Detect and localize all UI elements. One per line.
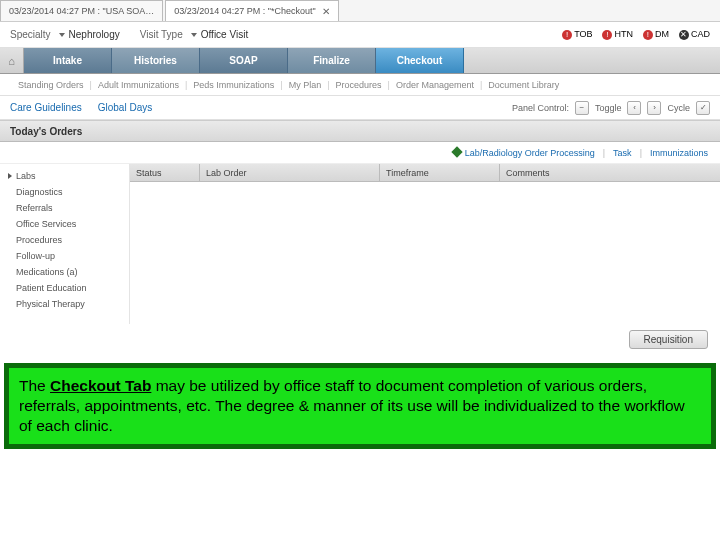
patient-alerts: !TOB !HTN !DM ✕CAD	[562, 29, 710, 40]
panel-control-label: Panel Control:	[512, 103, 569, 113]
col-comments[interactable]: Comments	[500, 164, 720, 181]
todays-orders-header: Today's Orders	[0, 120, 720, 142]
order-category[interactable]: Diagnostics	[6, 184, 123, 200]
subnav-item[interactable]: Order Management	[396, 80, 474, 90]
close-icon[interactable]: ✕	[322, 6, 330, 17]
alert-icon: !	[602, 30, 612, 40]
instruction-callout: The Checkout Tab may be utilized by offi…	[4, 363, 716, 449]
order-category[interactable]: Follow-up	[6, 248, 123, 264]
document-tab-strip: 03/23/2014 04:27 PM : "USA SOA… 03/23/20…	[0, 0, 720, 22]
col-lab-order[interactable]: Lab Order	[200, 164, 380, 181]
document-tab-active[interactable]: 03/23/2014 04:27 PM : "*Checkout" ✕	[165, 0, 338, 21]
visit-type-label: Visit Type	[140, 29, 183, 40]
order-category-list: Labs Diagnostics Referrals Office Servic…	[0, 164, 130, 324]
alert-icon: !	[643, 30, 653, 40]
specialty-label: Specialty	[10, 29, 51, 40]
alert-dm[interactable]: !DM	[643, 29, 669, 40]
orders-content: Labs Diagnostics Referrals Office Servic…	[0, 164, 720, 324]
col-status[interactable]: Status	[130, 164, 200, 181]
document-tab[interactable]: 03/23/2014 04:27 PM : "USA SOA…	[0, 0, 163, 21]
prev-icon[interactable]: ‹	[627, 101, 641, 115]
alert-icon: ✕	[679, 30, 689, 40]
instruction-highlight: Checkout Tab	[50, 377, 151, 394]
order-category[interactable]: Physical Therapy	[6, 296, 123, 312]
order-category[interactable]: Patient Education	[6, 280, 123, 296]
toggle-label: Toggle	[595, 103, 622, 113]
subnav-item[interactable]: Peds Immunizations	[193, 80, 274, 90]
document-tab-label: 03/23/2014 04:27 PM : "*Checkout"	[174, 6, 315, 16]
alert-tob[interactable]: !TOB	[562, 29, 592, 40]
tab-soap[interactable]: SOAP	[200, 48, 288, 73]
care-guidelines-link[interactable]: Care Guidelines	[10, 102, 82, 113]
visit-type-field[interactable]: Visit Type Office Visit	[140, 29, 248, 40]
visit-type-value: Office Visit	[201, 29, 248, 40]
tab-filler	[464, 48, 720, 73]
requisition-button[interactable]: Requisition	[629, 330, 708, 349]
order-category[interactable]: Referrals	[6, 200, 123, 216]
order-category[interactable]: Office Services	[6, 216, 123, 232]
subnav-item[interactable]: Procedures	[336, 80, 382, 90]
col-timeframe[interactable]: Timeframe	[380, 164, 500, 181]
specialty-field[interactable]: Specialty Nephrology	[10, 29, 120, 40]
specialty-value: Nephrology	[69, 29, 120, 40]
task-link[interactable]: Task	[613, 148, 632, 158]
next-icon[interactable]: ›	[647, 101, 661, 115]
subnav-item[interactable]: Adult Immunizations	[98, 80, 179, 90]
orders-panel: Status Lab Order Timeframe Comments	[130, 164, 720, 324]
order-category[interactable]: Procedures	[6, 232, 123, 248]
lab-radiology-link[interactable]: Lab/Radiology Order Processing	[453, 148, 595, 158]
footer-row: Requisition	[0, 324, 720, 355]
alert-cad[interactable]: ✕CAD	[679, 29, 710, 40]
subnav-item[interactable]: Standing Orders	[18, 80, 84, 90]
chevron-down-icon	[191, 33, 197, 37]
cycle-label: Cycle	[667, 103, 690, 113]
orders-column-headers: Status Lab Order Timeframe Comments	[130, 164, 720, 182]
immunizations-link[interactable]: Immunizations	[650, 148, 708, 158]
tab-finalize[interactable]: Finalize	[288, 48, 376, 73]
subnav-item[interactable]: Document Library	[488, 80, 559, 90]
home-icon[interactable]: ⌂	[0, 48, 24, 73]
collapse-icon[interactable]: −	[575, 101, 589, 115]
order-category[interactable]: Labs	[6, 168, 123, 184]
subnav-item[interactable]: My Plan	[289, 80, 322, 90]
diamond-icon	[451, 146, 462, 157]
orders-body	[130, 182, 720, 324]
tab-checkout[interactable]: Checkout	[376, 48, 464, 73]
secondary-nav: Care Guidelines Global Days Panel Contro…	[0, 96, 720, 120]
tab-intake[interactable]: Intake	[24, 48, 112, 73]
document-tab-label: 03/23/2014 04:27 PM : "USA SOA…	[9, 6, 154, 16]
chevron-down-icon	[59, 33, 65, 37]
triangle-icon	[8, 173, 12, 179]
alert-icon: !	[562, 30, 572, 40]
alert-htn[interactable]: !HTN	[602, 29, 633, 40]
order-category[interactable]: Medications (a)	[6, 264, 123, 280]
subnav: Standing Orders| Adult Immunizations| Pe…	[0, 74, 720, 96]
global-days-link[interactable]: Global Days	[98, 102, 152, 113]
tab-histories[interactable]: Histories	[112, 48, 200, 73]
panel-control: Panel Control: − Toggle ‹ › Cycle ✓	[512, 101, 710, 115]
action-row: Lab/Radiology Order Processing | Task | …	[0, 142, 720, 164]
main-tab-bar: ⌂ Intake Histories SOAP Finalize Checkou…	[0, 48, 720, 74]
context-row: Specialty Nephrology Visit Type Office V…	[0, 22, 720, 48]
confirm-icon[interactable]: ✓	[696, 101, 710, 115]
